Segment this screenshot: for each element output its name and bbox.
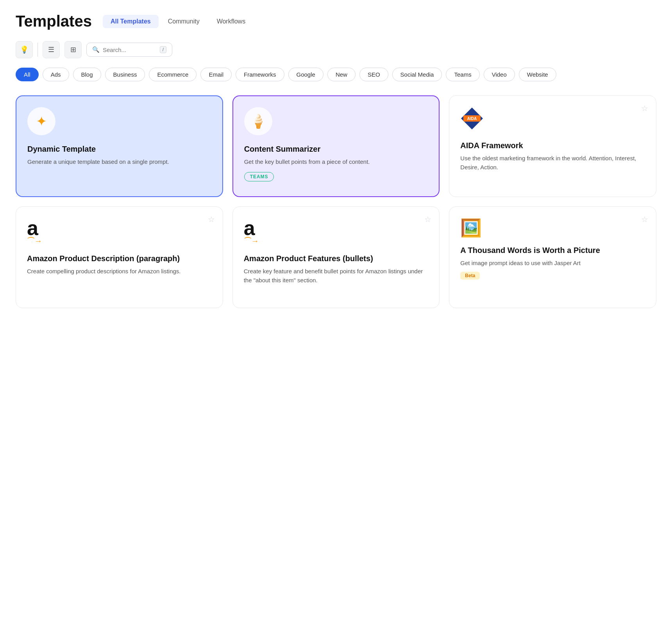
amazon-arrow: ⌒→	[244, 236, 259, 246]
search-icon: 🔍	[92, 46, 100, 53]
amazon-logo: a ⌒→	[244, 218, 429, 246]
beta-badge: Beta	[460, 272, 480, 280]
card-description: Create key feature and benefit bullet po…	[244, 267, 429, 285]
filter-new[interactable]: New	[327, 68, 356, 81]
card-title: Dynamic Template	[27, 145, 211, 154]
search-box: 🔍 /	[86, 43, 172, 57]
tab-community[interactable]: Community	[160, 15, 207, 28]
card-description: Create compelling product descriptions f…	[27, 267, 212, 276]
list-icon: ☰	[48, 45, 54, 54]
card-title: Content Summarizer	[244, 145, 428, 154]
card-title: A Thousand Words is Worth a Picture	[460, 246, 645, 255]
card-description: Generate a unique template based on a si…	[27, 158, 211, 167]
card-icon-wrap: 🍦	[244, 107, 272, 135]
star-button[interactable]: ☆	[208, 215, 215, 224]
page-title: Templates	[16, 13, 92, 30]
card-amazon-product-desc[interactable]: ☆ a ⌒→ Amazon Product Description (parag…	[16, 206, 223, 308]
card-title: Amazon Product Features (bullets)	[244, 254, 429, 263]
sparkle-icon: ✦	[36, 113, 47, 129]
filter-blog[interactable]: Blog	[73, 68, 101, 81]
grid-icon: ⊞	[70, 45, 76, 54]
star-button[interactable]: ☆	[641, 104, 648, 113]
teams-badge: TEAMS	[244, 172, 274, 181]
filter-social-media[interactable]: Social Media	[392, 68, 442, 81]
filter-seo[interactable]: SEO	[359, 68, 388, 81]
aida-icon: AIDA	[460, 107, 484, 130]
filter-google[interactable]: Google	[288, 68, 323, 81]
tabs-nav: All Templates Community Workflows	[103, 15, 253, 28]
card-description: Get the key bullet points from a piece o…	[244, 158, 428, 167]
icecream-icon: 🍦	[250, 113, 266, 129]
tab-workflows[interactable]: Workflows	[209, 15, 254, 28]
toolbar-divider	[38, 43, 38, 57]
card-dynamic-template[interactable]: ✦ Dynamic Template Generate a unique tem…	[16, 95, 223, 197]
amazon-arrow: ⌒→	[27, 236, 42, 246]
grid-view-button[interactable]: ⊞	[64, 41, 82, 58]
picture-icon: 🖼️	[460, 218, 482, 237]
filter-email[interactable]: Email	[200, 68, 232, 81]
amazon-a-letter: a	[27, 218, 38, 238]
card-title: AIDA Framework	[460, 141, 645, 150]
star-button[interactable]: ☆	[424, 215, 431, 224]
star-button[interactable]: ☆	[641, 215, 648, 224]
list-view-button[interactable]: ☰	[43, 41, 60, 58]
filter-ads[interactable]: Ads	[43, 68, 69, 81]
card-amazon-product-features[interactable]: ☆ a ⌒→ Amazon Product Features (bullets)…	[232, 206, 440, 308]
picture-icon-container: 🖼️	[460, 218, 645, 238]
amazon-logo-container: a ⌒→	[244, 218, 429, 246]
card-icon-wrap: ✦	[27, 107, 55, 135]
card-description: Use the oldest marketing framework in th…	[460, 154, 645, 172]
slash-shortcut-badge: /	[160, 46, 166, 53]
filter-all[interactable]: All	[16, 68, 39, 81]
card-content-summarizer[interactable]: 🍦 Content Summarizer Get the key bullet …	[232, 95, 440, 197]
page-header: Templates All Templates Community Workfl…	[16, 13, 656, 30]
filter-teams[interactable]: Teams	[446, 68, 479, 81]
svg-text:AIDA: AIDA	[467, 117, 477, 121]
card-aida-framework[interactable]: ☆ AIDA AIDA Framework Use the oldest mar…	[449, 95, 656, 197]
filter-pills: All Ads Blog Business Ecommerce Email Fr…	[16, 68, 656, 81]
filter-ecommerce[interactable]: Ecommerce	[149, 68, 197, 81]
amazon-a-letter: a	[244, 218, 255, 238]
bulb-icon: 💡	[20, 45, 29, 54]
search-input[interactable]	[103, 47, 157, 53]
tab-all-templates[interactable]: All Templates	[103, 15, 159, 28]
filter-video[interactable]: Video	[484, 68, 515, 81]
amazon-logo-container: a ⌒→	[27, 218, 212, 246]
card-description: Get image prompt ideas to use with Jaspe…	[460, 259, 645, 268]
filter-frameworks[interactable]: Frameworks	[236, 68, 284, 81]
filter-website[interactable]: Website	[519, 68, 556, 81]
theme-toggle-button[interactable]: 💡	[16, 41, 33, 58]
card-title: Amazon Product Description (paragraph)	[27, 254, 212, 263]
filter-business[interactable]: Business	[105, 68, 145, 81]
cards-grid: ✦ Dynamic Template Generate a unique tem…	[16, 95, 656, 308]
aida-icon-container: AIDA	[460, 107, 645, 132]
toolbar: 💡 ☰ ⊞ 🔍 /	[16, 41, 656, 58]
amazon-logo: a ⌒→	[27, 218, 212, 246]
card-thousand-words[interactable]: ☆ 🖼️ A Thousand Words is Worth a Picture…	[449, 206, 656, 308]
